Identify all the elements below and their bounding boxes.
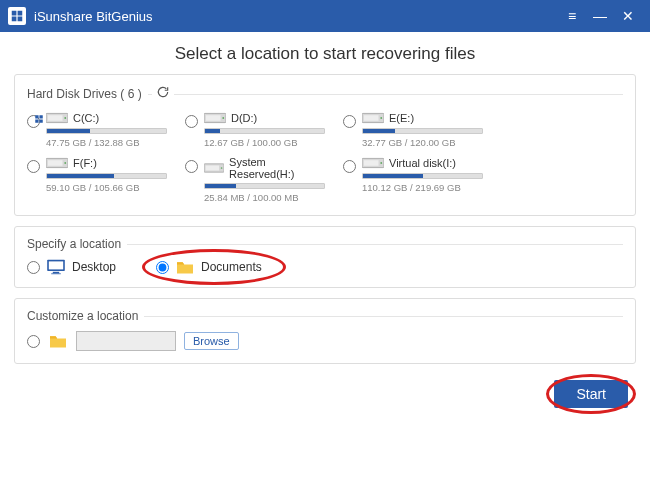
app-title: iSunshare BitGenius (34, 9, 558, 24)
usage-bar (362, 173, 483, 179)
svg-rect-4 (206, 115, 221, 121)
svg-rect-10 (48, 160, 63, 166)
svg-rect-21 (51, 273, 61, 274)
title-bar: iSunshare BitGenius ≡ — ✕ (0, 0, 650, 32)
specify-section-title: Specify a location (27, 237, 127, 251)
drive-label: D(D:) (231, 112, 257, 124)
drive-label: C(C:) (73, 112, 99, 124)
drive-size: 25.84 MB / 100.00 MB (204, 192, 325, 203)
documents-radio[interactable] (156, 261, 169, 274)
drive-label: F(F:) (73, 157, 97, 169)
svg-rect-19 (49, 261, 63, 269)
minimize-button[interactable]: — (586, 8, 614, 24)
svg-point-11 (64, 162, 66, 164)
specify-section: Specify a location Desktop Documents (14, 226, 636, 288)
hard-drive-icon (204, 161, 224, 175)
svg-point-5 (222, 117, 224, 119)
hard-drive-icon (46, 111, 68, 125)
drive-radio[interactable] (185, 115, 198, 128)
hard-drive-icon (46, 156, 68, 170)
custom-folder-icon (48, 333, 68, 349)
drive-option[interactable]: D(D:)12.67 GB / 100.00 GB (185, 111, 325, 148)
usage-bar (204, 128, 325, 134)
desktop-label: Desktop (72, 260, 116, 274)
drive-label: Virtual disk(I:) (389, 157, 456, 169)
usage-bar (46, 173, 167, 179)
desktop-radio[interactable] (27, 261, 40, 274)
usage-bar (204, 183, 325, 189)
svg-point-14 (221, 167, 223, 169)
customize-section-title: Customize a location (27, 309, 144, 323)
svg-rect-13 (206, 165, 219, 170)
documents-folder-icon (175, 259, 195, 275)
hard-drive-icon (362, 111, 384, 125)
svg-rect-16 (364, 160, 379, 166)
drives-section: Hard Disk Drives ( 6 ) C(C:)47.75 GB / 1… (14, 74, 636, 216)
drive-radio[interactable] (343, 160, 356, 173)
desktop-option[interactable]: Desktop (27, 259, 116, 275)
drive-label: System Reserved(H:) (229, 156, 325, 180)
usage-bar (362, 128, 483, 134)
refresh-icon[interactable] (152, 85, 174, 103)
drive-size: 12.67 GB / 100.00 GB (204, 137, 325, 148)
drive-option[interactable]: Virtual disk(I:)110.12 GB / 219.69 GB (343, 156, 483, 203)
drives-section-title: Hard Disk Drives ( 6 ) (27, 87, 148, 101)
drive-radio[interactable] (343, 115, 356, 128)
svg-rect-1 (48, 115, 63, 121)
drive-size: 47.75 GB / 132.88 GB (46, 137, 167, 148)
custom-path-input[interactable] (76, 331, 176, 351)
start-button[interactable]: Start (554, 380, 628, 408)
svg-point-8 (380, 117, 382, 119)
app-logo-icon (8, 7, 26, 25)
page-heading: Select a location to start recovering fi… (0, 32, 650, 74)
usage-bar (46, 128, 167, 134)
hard-drive-icon (362, 156, 384, 170)
documents-option[interactable]: Documents (156, 259, 262, 275)
customize-section: Customize a location Browse (14, 298, 636, 364)
drive-option[interactable]: System Reserved(H:)25.84 MB / 100.00 MB (185, 156, 325, 203)
drive-size: 59.10 GB / 105.66 GB (46, 182, 167, 193)
drive-size: 110.12 GB / 219.69 GB (362, 182, 483, 193)
drive-radio[interactable] (27, 160, 40, 173)
custom-radio[interactable] (27, 335, 40, 348)
drive-size: 32.77 GB / 120.00 GB (362, 137, 483, 148)
drive-option[interactable]: E(E:)32.77 GB / 120.00 GB (343, 111, 483, 148)
svg-point-17 (380, 162, 382, 164)
documents-label: Documents (201, 260, 262, 274)
hard-drive-icon (204, 111, 226, 125)
drive-option[interactable]: F(F:)59.10 GB / 105.66 GB (27, 156, 167, 203)
svg-point-2 (64, 117, 66, 119)
browse-button[interactable]: Browse (184, 332, 239, 350)
close-button[interactable]: ✕ (614, 8, 642, 24)
drive-radio[interactable] (185, 160, 198, 173)
drive-label: E(E:) (389, 112, 414, 124)
menu-button[interactable]: ≡ (558, 8, 586, 24)
drive-option[interactable]: C(C:)47.75 GB / 132.88 GB (27, 111, 167, 148)
svg-rect-7 (364, 115, 379, 121)
svg-rect-20 (53, 272, 59, 274)
monitor-icon (46, 259, 66, 275)
